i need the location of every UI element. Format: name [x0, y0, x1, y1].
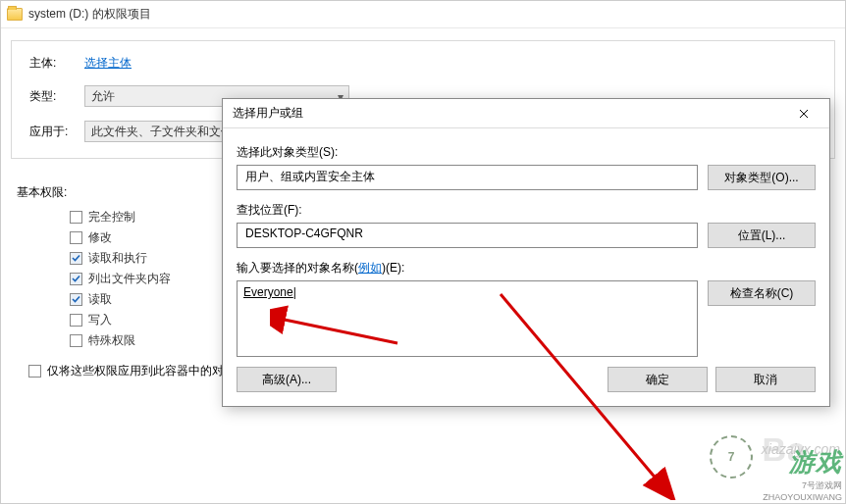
perm-label: 特殊权限 [88, 332, 135, 349]
select-principal-link[interactable]: 选择主体 [84, 55, 132, 72]
checkbox[interactable] [70, 293, 82, 306]
close-icon [799, 109, 809, 119]
principal-label: 主体: [29, 55, 84, 72]
folder-icon [7, 8, 23, 21]
object-type-label: 选择此对象类型(S): [237, 144, 816, 161]
object-types-button[interactable]: 对象类型(O)... [708, 165, 816, 190]
perm-label: 列出文件夹内容 [88, 271, 171, 287]
checkbox[interactable] [70, 211, 82, 224]
perm-label: 完全控制 [88, 209, 135, 226]
object-name-input[interactable]: Everyone [237, 280, 698, 357]
name-label-suffix: )(E): [382, 261, 404, 275]
object-type-field: 用户、组或内置安全主体 [237, 165, 698, 190]
watermark-badge: 7 [710, 435, 753, 479]
watermark-big: 游戏 [763, 445, 842, 479]
close-button[interactable] [782, 101, 825, 126]
perm-label: 读取和执行 [88, 250, 147, 267]
perm-label: 读取 [88, 291, 112, 308]
checkbox[interactable] [70, 252, 82, 265]
checkbox[interactable] [70, 273, 82, 285]
object-name-value: Everyone [243, 285, 296, 299]
dialog-titlebar[interactable]: 选择用户或组 [223, 99, 829, 128]
name-label-prefix: 输入要选择的对象名称( [237, 261, 358, 275]
perm-label: 修改 [88, 229, 112, 246]
watermark-sub2: ZHAOYOUXIWANG [763, 492, 842, 502]
dialog-body: 选择此对象类型(S): 用户、组或内置安全主体 对象类型(O)... 查找位置(… [223, 128, 829, 406]
select-user-dialog: 选择用户或组 选择此对象类型(S): 用户、组或内置安全主体 对象类型(O)..… [222, 98, 830, 407]
type-label: 类型: [29, 88, 84, 105]
parent-titlebar: system (D:) 的权限项目 [1, 1, 845, 28]
parent-window-title: system (D:) 的权限项目 [28, 6, 151, 23]
object-name-label: 输入要选择的对象名称(例如)(E): [237, 260, 816, 277]
checkbox[interactable] [70, 314, 82, 327]
cancel-button[interactable]: 取消 [715, 367, 816, 392]
watermark: 游戏 7号游戏网 ZHAOYOUXIWANG [763, 445, 842, 502]
example-link[interactable]: 例如 [358, 261, 382, 275]
ok-button[interactable]: 确定 [608, 367, 708, 392]
dialog-title: 选择用户或组 [233, 105, 303, 122]
dialog-footer: 高级(A)... 确定 取消 [237, 357, 816, 394]
applies-to-label: 应用于: [29, 124, 84, 140]
checkbox[interactable] [70, 334, 82, 347]
only-apply-label: 仅将这些权限应用到此容器中的对 [47, 363, 224, 379]
checkbox[interactable] [70, 231, 82, 244]
locations-button[interactable]: 位置(L)... [708, 223, 816, 248]
advanced-button[interactable]: 高级(A)... [237, 367, 337, 392]
only-apply-checkbox[interactable] [28, 365, 41, 378]
watermark-sub: 7号游戏网 [763, 479, 842, 492]
location-label: 查找位置(F): [237, 202, 816, 219]
check-names-button[interactable]: 检查名称(C) [708, 280, 816, 306]
location-field: DESKTOP-C4GFQNR [237, 223, 698, 248]
perm-label: 写入 [88, 312, 112, 328]
